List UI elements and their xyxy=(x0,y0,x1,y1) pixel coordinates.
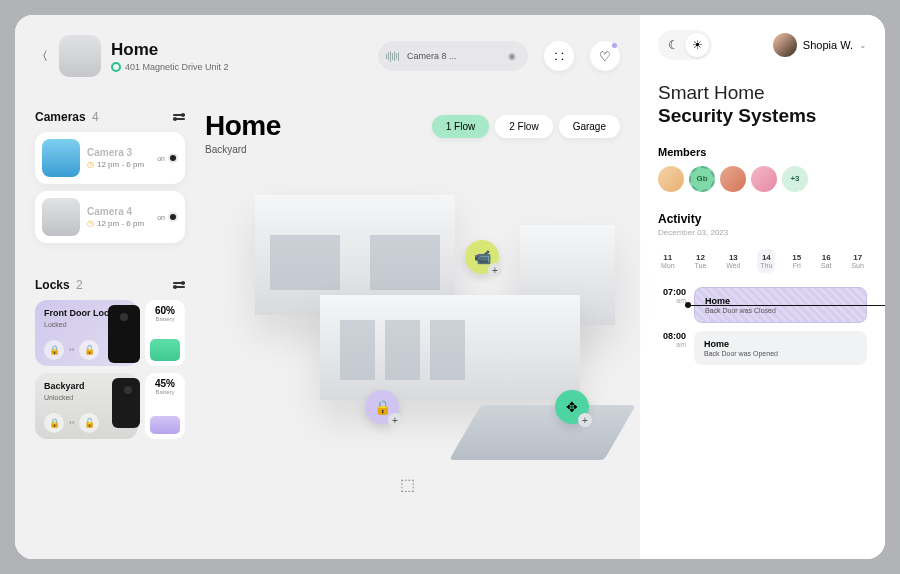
cameras-count: 4 xyxy=(92,110,99,124)
day-cell[interactable]: 13Wed xyxy=(723,249,743,273)
plus-icon: + xyxy=(488,263,502,277)
activity-label: Activity xyxy=(658,212,867,226)
day-cell[interactable]: 17Sun xyxy=(848,249,866,273)
plus-icon: + xyxy=(578,413,592,427)
lock-card[interactable]: Front Door Lock Locked 🔒 ›› 🔓 xyxy=(35,300,138,366)
lock-device-image xyxy=(112,378,140,428)
event-row[interactable]: 08:00am Home Back Door was Opened xyxy=(658,331,867,365)
unlock-icon[interactable]: 🔓 xyxy=(79,413,99,433)
day-cell[interactable]: 15Fri xyxy=(789,249,804,273)
event-text: Back Door was Closed xyxy=(705,307,856,314)
search-pill[interactable]: Camera 8 ... ◉ xyxy=(378,41,528,71)
arrow-icon: ›› xyxy=(69,418,74,427)
house-render[interactable]: 📹+ 🔒+ ✥+ ⬚ xyxy=(200,165,620,505)
notifications-button[interactable]: ♡ xyxy=(590,41,620,71)
header-title-block: Home 401 Magnetic Drive Unit 2 xyxy=(111,40,229,72)
camera-card[interactable]: Camera 4 ◷12 pm - 6 pm on xyxy=(35,191,185,243)
location-pin-icon xyxy=(111,62,121,72)
member-avatar[interactable] xyxy=(720,166,746,192)
battery-percent: 45% xyxy=(150,378,180,389)
lock-icon[interactable]: 🔒 xyxy=(44,413,64,433)
members-row: Gb +3 xyxy=(658,166,867,192)
back-button[interactable]: 〈 xyxy=(35,49,49,63)
camera-name: Camera 4 xyxy=(87,206,150,217)
hotspot-lock[interactable]: 🔒+ xyxy=(365,390,399,424)
apps-button[interactable]: ⸬ xyxy=(544,41,574,71)
unlock-icon[interactable]: 🔓 xyxy=(79,340,99,360)
sidebar: Cameras 4 Camera 3 ◷12 pm - 6 pm on Came… xyxy=(35,110,185,446)
battery-percent: 60% xyxy=(150,305,180,316)
calendar-days: 11Mon 12Tue 13Wed 14Thu 15Fri 16Sat 17Su… xyxy=(658,249,867,273)
day-cell[interactable]: 11Mon xyxy=(658,249,678,273)
rotate-3d-icon[interactable]: ⬚ xyxy=(400,475,420,495)
event-text: Back Door was Opened xyxy=(704,350,857,357)
moon-icon[interactable]: ☾ xyxy=(661,33,685,57)
hotspot-sensor[interactable]: ✥+ xyxy=(555,390,589,424)
settings-icon[interactable] xyxy=(173,279,185,291)
header: 〈 Home 401 Magnetic Drive Unit 2 Camera … xyxy=(35,35,620,77)
events: 07:00am Home Back Door was Closed 08:00a… xyxy=(658,287,867,365)
filters: 1 Flow 2 Flow Garage xyxy=(432,115,620,138)
right-header: ☾ ☀ Shopia W. ⌄ xyxy=(658,30,867,60)
main-title: Home xyxy=(205,110,281,142)
event-time: 08:00 xyxy=(658,331,686,341)
fingerprint-icon: ◉ xyxy=(504,48,520,64)
sun-icon[interactable]: ☀ xyxy=(685,33,709,57)
app-window: 〈 Home 401 Magnetic Drive Unit 2 Camera … xyxy=(15,15,885,559)
settings-icon[interactable] xyxy=(173,111,185,123)
plus-icon: + xyxy=(388,413,402,427)
battery-label: Battery xyxy=(150,389,180,395)
left-pane: 〈 Home 401 Magnetic Drive Unit 2 Camera … xyxy=(15,15,640,559)
members-label: Members xyxy=(658,146,867,158)
home-thumbnail[interactable] xyxy=(59,35,101,77)
filter-chip[interactable]: 1 Flow xyxy=(432,115,489,138)
battery-card[interactable]: 45%Battery xyxy=(145,373,185,439)
main-subtitle: Backyard xyxy=(205,144,281,155)
camera-card[interactable]: Camera 3 ◷12 pm - 6 pm on xyxy=(35,132,185,184)
page-title: Home xyxy=(111,40,229,60)
locks-section-label: Locks xyxy=(35,278,70,292)
user-name: Shopia W. xyxy=(803,39,853,51)
right-pane: ☾ ☀ Shopia W. ⌄ Smart Home Security Syst… xyxy=(640,15,885,559)
battery-bar xyxy=(150,339,180,361)
camera-time: ◷12 pm - 6 pm xyxy=(87,160,150,169)
member-more[interactable]: +3 xyxy=(782,166,808,192)
filter-chip[interactable]: Garage xyxy=(559,115,620,138)
waveform-icon xyxy=(386,51,399,62)
main-header: Home Backyard xyxy=(205,110,281,155)
cameras-header: Cameras 4 xyxy=(35,110,185,124)
event-time: 07:00 xyxy=(658,287,686,297)
pool-render xyxy=(449,405,636,460)
member-avatar[interactable] xyxy=(658,166,684,192)
search-label: Camera 8 ... xyxy=(407,51,496,61)
locks-count: 2 xyxy=(76,278,83,292)
lock-device-image xyxy=(108,305,140,363)
camera-toggle[interactable]: on xyxy=(157,212,178,222)
camera-toggle[interactable]: on xyxy=(157,153,178,163)
timeline-line xyxy=(689,305,885,306)
camera-thumbnail xyxy=(42,139,80,177)
lock-icon[interactable]: 🔒 xyxy=(44,340,64,360)
member-badge[interactable]: Gb xyxy=(689,166,715,192)
arrow-icon: ›› xyxy=(69,345,74,354)
member-avatar[interactable] xyxy=(751,166,777,192)
day-cell[interactable]: 16Sat xyxy=(818,249,835,273)
filter-chip[interactable]: 2 Flow xyxy=(495,115,552,138)
day-cell[interactable]: 12Tue xyxy=(692,249,710,273)
camera-time: ◷12 pm - 6 pm xyxy=(87,219,150,228)
event-row[interactable]: 07:00am Home Back Door was Closed xyxy=(658,287,867,323)
day-cell[interactable]: 14Thu xyxy=(757,249,775,273)
avatar xyxy=(773,33,797,57)
camera-thumbnail xyxy=(42,198,80,236)
user-menu[interactable]: Shopia W. ⌄ xyxy=(773,33,867,57)
camera-name: Camera 3 xyxy=(87,147,150,158)
cameras-section-label: Cameras xyxy=(35,110,86,124)
theme-toggle[interactable]: ☾ ☀ xyxy=(658,30,712,60)
lock-card[interactable]: Backyard Unlocked 🔒 ›› 🔓 xyxy=(35,373,138,439)
hotspot-camera[interactable]: 📹+ xyxy=(465,240,499,274)
battery-card[interactable]: 60%Battery xyxy=(145,300,185,366)
address-row: 401 Magnetic Drive Unit 2 xyxy=(111,62,229,72)
panel-title: Smart Home Security Systems xyxy=(658,82,867,128)
chevron-down-icon: ⌄ xyxy=(859,40,867,50)
battery-bar xyxy=(150,416,180,434)
